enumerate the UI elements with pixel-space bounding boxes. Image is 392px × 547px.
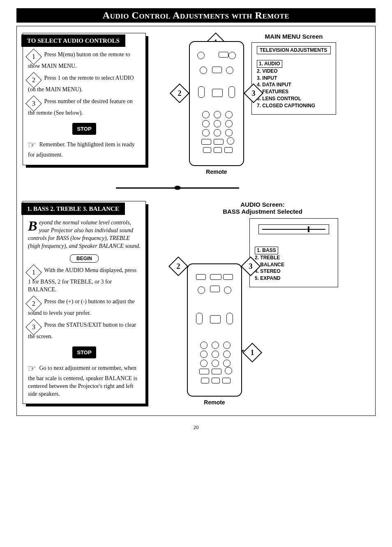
section-1: TO SELECT AUDIO CONTROLS 1 Press M(enu) … [23, 33, 369, 175]
step-1: 1 Press M(enu) button on the remote to s… [28, 51, 141, 70]
page-number: 20 [16, 424, 376, 431]
audio-menu-list: 1. BASS 2. TREBLE 3. BALANCE 4. STEREO 5… [255, 247, 333, 282]
menu-item: 5. EXPAND [255, 275, 333, 282]
hand-note-icon: ☞ [28, 139, 36, 151]
main-menu-list: 1. AUDIO 2. VIDEO 3. INPUT 4. DATA INPUT… [257, 60, 331, 109]
section2-header: 1. BASS 2. TREBLE 3. BALANCE [21, 203, 125, 215]
menu-item: 3. INPUT [257, 75, 331, 82]
main-menu-title: MAIN MENU Screen [251, 33, 336, 40]
menu-header: TELEVISION ADJUSTMENTS [257, 46, 331, 54]
instructions-panel-1: TO SELECT AUDIO CONTROLS 1 Press M(enu) … [23, 33, 146, 165]
step-number-icon: 2 [25, 295, 42, 312]
remote-label: Remote [187, 399, 242, 406]
menu-item: 4. STEREO [255, 268, 333, 275]
note-1: ☞ Remember. The highlighted item is read… [28, 139, 141, 159]
section-2: 1. BASS 2. TREBLE 3. BALANCE Beyond the … [23, 201, 369, 406]
step-number-icon: 3 [25, 95, 42, 112]
menu-item: 5. FEATURES [257, 88, 331, 95]
step-number-icon: 1 [25, 264, 42, 281]
menu-item: 6. LENS CONTROL [257, 95, 331, 102]
menu-item: 2. TREBLE [255, 254, 333, 261]
page-outer-box: TO SELECT AUDIO CONTROLS 1 Press M(enu) … [16, 26, 376, 416]
audio-screen-title-1: AUDIO Screen: [156, 201, 369, 208]
intro-text: Beyond the normal volume level controls,… [28, 219, 141, 250]
audio-screen-title-2: BASS Adjustment Selected [156, 208, 369, 215]
section1-header: TO SELECT AUDIO CONTROLS [21, 35, 125, 47]
remote-illustration-1: 1 ➤ 2 ➤ 3 ➤ [189, 41, 244, 175]
menu-item-selected: 1. AUDIO [257, 60, 282, 68]
step-3: 3 Press the STATUS/EXIT button to clear … [28, 321, 141, 341]
main-menu-box: TELEVISION ADJUSTMENTS 1. AUDIO 2. VIDEO… [251, 42, 336, 115]
begin-badge: BEGIN [70, 254, 99, 263]
page-title: Audio Control Adjustments with Remote [16, 8, 376, 23]
step-2: 2 Press 1 on the remote to select AUDIO … [28, 74, 141, 94]
menu-item-selected: 1. BASS [255, 247, 278, 254]
stop-badge: STOP [72, 346, 96, 359]
remote-illustration-2: 2 ➤ 3 ➤ 1 ➤ [187, 263, 242, 406]
menu-item: 4. DATA INPUT [257, 81, 331, 88]
menu-item: 3. BALANCE [255, 261, 333, 268]
step-2: 2 Press the (+) or (-) buttons to adjust… [28, 298, 141, 317]
step-1: 1 With the AUDIO Menu displayed, press 1… [28, 267, 141, 294]
bass-slider [258, 224, 329, 234]
step-3: 3 Press number of the desired feature on… [28, 98, 141, 117]
audio-menu-box: 1. BASS 2. TREBLE 3. BALANCE 4. STEREO 5… [249, 218, 338, 287]
step-number-icon: 3 [25, 319, 42, 335]
menu-item: 2. VIDEO [257, 68, 331, 75]
menu-item: 7. CLOSED CAPTIONING [257, 102, 331, 109]
instructions-panel-2: 1. BASS 2. TREBLE 3. BALANCE Beyond the … [23, 201, 146, 404]
section-divider [116, 187, 239, 189]
remote-label: Remote [189, 168, 244, 175]
step-number-icon: 2 [25, 72, 42, 88]
stop-badge: STOP [72, 123, 96, 135]
note-2: ☞ Go to next adjustment or remember, whe… [28, 362, 141, 398]
hand-note-icon: ☞ [28, 362, 36, 375]
